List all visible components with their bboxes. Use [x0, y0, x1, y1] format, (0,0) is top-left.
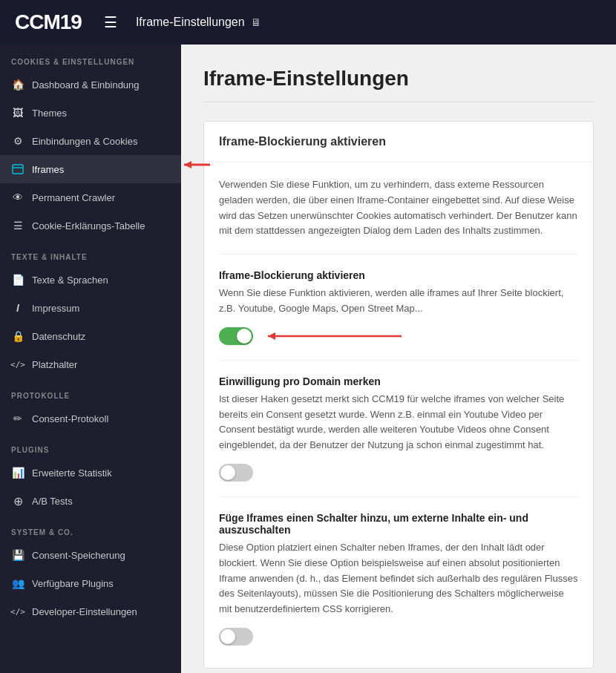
sidebar-item-datenschutz[interactable]: 🔒 Datenschutz	[0, 322, 181, 350]
logo-text: CCM19	[15, 10, 82, 34]
monitor-icon: 🖥	[251, 16, 261, 28]
sidebar-item-statistik[interactable]: 📊 Erweiterte Statistik	[0, 459, 181, 487]
block-section-desc: Wenn Sie diese Funktion aktivieren, werd…	[219, 286, 578, 317]
main-content: Iframe-Einstellungen Iframe-Blockierung …	[181, 45, 616, 673]
iframe-icon	[11, 162, 24, 176]
toggle-knob-domain	[220, 465, 235, 480]
iframe-settings-card: Iframe-Blockierung aktivieren Verwenden …	[203, 121, 594, 669]
sidebar-label-einbindungen: Einbindungen & Cookies	[32, 136, 137, 147]
sidebar: COOKIES & EINSTELLUNGEN 🏠 Dashboard & Ei…	[0, 45, 181, 673]
sidebar-item-texte[interactable]: 📄 Texte & Sprachen	[0, 266, 181, 294]
domain-consent-toggle[interactable]	[219, 464, 578, 482]
dev-icon: </>	[11, 605, 24, 618]
switch-section-desc: Diese Option platziert einen Schalter ne…	[219, 540, 578, 617]
red-arrow-1	[261, 329, 409, 344]
sidebar-section-label-plugins: PLUGINS	[0, 433, 181, 459]
sidebar-item-platzhalter[interactable]: </> Platzhalter	[0, 350, 181, 378]
lock-icon: 🔒	[11, 329, 24, 343]
sidebar-item-consent[interactable]: ✏ Consent-Protokoll	[0, 404, 181, 433]
divider-2	[219, 360, 578, 361]
sidebar-item-verfuegbare[interactable]: 👥 Verfügbare Plugins	[0, 569, 181, 597]
toggle-track-blocking	[219, 327, 253, 345]
sidebar-label-themes: Themes	[32, 108, 67, 119]
sidebar-item-abtests[interactable]: ⊕ A/B Tests	[0, 487, 181, 515]
main-layout: COOKIES & EINSTELLUNGEN 🏠 Dashboard & Ei…	[0, 45, 616, 673]
sidebar-item-cookie-table[interactable]: ☰ Cookie-Erklärungs-Tabelle	[0, 211, 181, 240]
sidebar-label-crawler: Permanent Crawler	[32, 192, 115, 203]
toggle-knob-switch	[220, 629, 235, 644]
table-icon: ☰	[11, 219, 24, 232]
italic-icon: I	[11, 301, 24, 315]
domain-section-desc: Ist dieser Haken gesetzt merkt sich CCM1…	[219, 392, 578, 453]
divider-3	[219, 496, 578, 497]
sidebar-label-developer: Developer-Einstellungen	[32, 606, 137, 617]
sidebar-label-impressum: Impressum	[32, 303, 79, 314]
document-icon: 📄	[11, 273, 24, 286]
sidebar-item-speicherung[interactable]: 💾 Consent-Speicherung	[0, 541, 181, 569]
sidebar-label-consent: Consent-Protokoll	[32, 413, 108, 424]
svg-marker-3	[268, 332, 275, 340]
hamburger-button[interactable]: ☰	[96, 10, 125, 35]
card-header: Iframe-Blockierung aktivieren	[204, 122, 593, 162]
toggle-track-switch	[219, 628, 253, 646]
sidebar-item-themes[interactable]: 🖼 Themes	[0, 99, 181, 127]
settings-icon: ⚙	[11, 134, 24, 148]
group-icon: 👥	[11, 577, 24, 590]
sidebar-label-abtests: A/B Tests	[32, 496, 73, 507]
block-section-title: Iframe-Blockierung aktivieren	[219, 269, 578, 281]
sidebar-label-platzhalter: Platzhalter	[32, 359, 77, 370]
sidebar-label-iframes: Iframes	[32, 164, 64, 175]
save-icon: 💾	[11, 548, 24, 562]
sidebar-label-texte: Texte & Sprachen	[32, 275, 108, 286]
sidebar-item-developer[interactable]: </> Developer-Einstellungen	[0, 597, 181, 626]
themes-icon: 🖼	[11, 106, 24, 119]
sidebar-label-statistik: Erweiterte Statistik	[32, 467, 112, 479]
sidebar-label-datenschutz: Datenschutz	[32, 331, 85, 342]
intro-text: Verwenden Sie diese Funktion, um zu verh…	[219, 177, 578, 239]
logo: CCM19	[15, 10, 82, 34]
svg-rect-0	[13, 165, 23, 174]
sidebar-label-dashboard: Dashboard & Einbindung	[32, 79, 140, 91]
sidebar-label-cookie-table: Cookie-Erklärungs-Tabelle	[32, 220, 145, 232]
sidebar-section-label-cookies: COOKIES & EINSTELLUNGEN	[0, 45, 181, 70]
eye-icon: 👁	[11, 191, 24, 204]
sidebar-section-label-protokolle: PROTOKOLLE	[0, 378, 181, 404]
chart-icon: 📊	[11, 466, 24, 479]
sidebar-item-impressum[interactable]: I Impressum	[0, 294, 181, 322]
sidebar-item-einbindungen[interactable]: ⚙ Einbindungen & Cookies	[0, 127, 181, 155]
sidebar-label-speicherung: Consent-Speicherung	[32, 550, 125, 561]
header: CCM19 ☰ Iframe-Einstellungen 🖥	[0, 0, 616, 45]
sidebar-section-label-system: SYSTEM & CO.	[0, 515, 181, 541]
switch-section-title: Füge Iframes einen Schalter hinzu, um ex…	[219, 512, 578, 536]
edit-icon: ✏	[11, 412, 24, 425]
sidebar-section-label-texte: TEXTE & INHALTE	[0, 240, 181, 266]
toggle-track-domain	[219, 464, 253, 482]
home-icon: 🏠	[11, 78, 24, 91]
page-title: Iframe-Einstellungen	[203, 67, 594, 102]
sidebar-item-crawler[interactable]: 👁 Permanent Crawler	[0, 183, 181, 211]
code-icon: </>	[11, 358, 24, 371]
iframe-blocking-toggle[interactable]	[219, 327, 253, 345]
header-title-text: Iframe-Einstellungen	[136, 16, 245, 29]
ab-icon: ⊕	[11, 494, 24, 508]
sidebar-item-dashboard[interactable]: 🏠 Dashboard & Einbindung	[0, 70, 181, 99]
toggle-knob-blocking	[237, 329, 252, 344]
header-title: Iframe-Einstellungen 🖥	[136, 16, 261, 29]
domain-section-title: Einwilligung pro Domain merken	[219, 375, 578, 387]
sidebar-label-verfuegbare: Verfügbare Plugins	[32, 578, 114, 589]
divider-1	[219, 254, 578, 255]
iframe-switch-toggle[interactable]	[219, 628, 578, 646]
card-body: Verwenden Sie diese Funktion, um zu verh…	[204, 162, 593, 668]
sidebar-item-iframes[interactable]: Iframes	[0, 155, 181, 183]
